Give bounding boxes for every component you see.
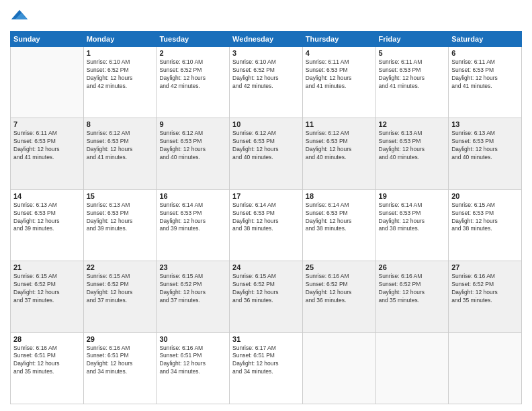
calendar-week-row: 7Sunrise: 6:11 AM Sunset: 6:53 PM Daylig…	[11, 118, 522, 189]
day-info: Sunrise: 6:10 AM Sunset: 6:52 PM Dayligh…	[159, 58, 226, 91]
page: SundayMondayTuesdayWednesdayThursdayFrid…	[0, 0, 532, 411]
calendar-cell: 15Sunrise: 6:13 AM Sunset: 6:53 PM Dayli…	[83, 189, 157, 261]
day-info: Sunrise: 6:15 AM Sunset: 6:52 PM Dayligh…	[232, 273, 300, 305]
calendar-cell: 2Sunrise: 6:10 AM Sunset: 6:52 PM Daylig…	[157, 47, 230, 118]
day-number: 16	[159, 192, 226, 200]
day-info: Sunrise: 6:16 AM Sunset: 6:52 PM Dayligh…	[306, 273, 373, 305]
calendar-cell: 27Sunrise: 6:16 AM Sunset: 6:52 PM Dayli…	[449, 261, 522, 332]
day-info: Sunrise: 6:10 AM Sunset: 6:52 PM Dayligh…	[87, 58, 154, 91]
calendar-cell: 24Sunrise: 6:15 AM Sunset: 6:52 PM Dayli…	[230, 261, 303, 332]
day-info: Sunrise: 6:15 AM Sunset: 6:52 PM Dayligh…	[159, 273, 226, 305]
day-info: Sunrise: 6:12 AM Sunset: 6:53 PM Dayligh…	[159, 130, 226, 162]
calendar-cell: 8Sunrise: 6:12 AM Sunset: 6:53 PM Daylig…	[83, 118, 157, 189]
day-info: Sunrise: 6:14 AM Sunset: 6:53 PM Dayligh…	[379, 201, 446, 234]
calendar-cell: 29Sunrise: 6:16 AM Sunset: 6:51 PM Dayli…	[83, 332, 157, 404]
day-info: Sunrise: 6:16 AM Sunset: 6:52 PM Dayligh…	[379, 273, 446, 305]
calendar-cell: 30Sunrise: 6:16 AM Sunset: 6:51 PM Dayli…	[157, 332, 230, 404]
day-info: Sunrise: 6:14 AM Sunset: 6:53 PM Dayligh…	[159, 201, 226, 234]
day-number: 12	[379, 120, 446, 128]
day-number: 21	[13, 263, 81, 271]
calendar-cell: 14Sunrise: 6:13 AM Sunset: 6:53 PM Dayli…	[11, 189, 84, 261]
calendar-cell: 25Sunrise: 6:16 AM Sunset: 6:52 PM Dayli…	[302, 261, 375, 332]
day-number: 11	[306, 120, 373, 128]
day-number: 4	[306, 49, 373, 57]
day-info: Sunrise: 6:11 AM Sunset: 6:53 PM Dayligh…	[13, 130, 81, 162]
day-info: Sunrise: 6:12 AM Sunset: 6:53 PM Dayligh…	[87, 130, 154, 162]
day-info: Sunrise: 6:12 AM Sunset: 6:53 PM Dayligh…	[306, 130, 373, 162]
calendar-cell: 28Sunrise: 6:16 AM Sunset: 6:51 PM Dayli…	[11, 332, 84, 404]
logo	[10, 7, 32, 26]
header	[10, 7, 522, 26]
calendar-cell: 22Sunrise: 6:15 AM Sunset: 6:52 PM Dayli…	[83, 261, 157, 332]
day-number: 23	[159, 263, 226, 271]
day-info: Sunrise: 6:13 AM Sunset: 6:53 PM Dayligh…	[13, 201, 81, 234]
day-info: Sunrise: 6:15 AM Sunset: 6:52 PM Dayligh…	[13, 273, 81, 305]
day-number: 10	[232, 120, 300, 128]
day-number: 28	[13, 335, 81, 343]
calendar-cell: 26Sunrise: 6:16 AM Sunset: 6:52 PM Dayli…	[375, 261, 449, 332]
calendar-cell: 9Sunrise: 6:12 AM Sunset: 6:53 PM Daylig…	[157, 118, 230, 189]
col-header-sunday: Sunday	[11, 32, 84, 47]
calendar-cell: 23Sunrise: 6:15 AM Sunset: 6:52 PM Dayli…	[157, 261, 230, 332]
calendar-week-row: 21Sunrise: 6:15 AM Sunset: 6:52 PM Dayli…	[11, 261, 522, 332]
calendar-cell: 21Sunrise: 6:15 AM Sunset: 6:52 PM Dayli…	[11, 261, 84, 332]
calendar-cell: 20Sunrise: 6:15 AM Sunset: 6:53 PM Dayli…	[449, 189, 522, 261]
calendar-cell	[375, 332, 449, 404]
day-number: 9	[159, 120, 226, 128]
calendar-cell	[302, 332, 375, 404]
day-number: 25	[306, 263, 373, 271]
calendar-cell: 18Sunrise: 6:14 AM Sunset: 6:53 PM Dayli…	[302, 189, 375, 261]
day-info: Sunrise: 6:11 AM Sunset: 6:53 PM Dayligh…	[379, 58, 446, 91]
calendar-cell	[449, 332, 522, 404]
day-info: Sunrise: 6:11 AM Sunset: 6:53 PM Dayligh…	[451, 58, 519, 91]
calendar-cell: 6Sunrise: 6:11 AM Sunset: 6:53 PM Daylig…	[449, 47, 522, 118]
day-info: Sunrise: 6:14 AM Sunset: 6:53 PM Dayligh…	[232, 201, 300, 234]
day-info: Sunrise: 6:12 AM Sunset: 6:53 PM Dayligh…	[232, 130, 300, 162]
calendar-cell: 16Sunrise: 6:14 AM Sunset: 6:53 PM Dayli…	[157, 189, 230, 261]
day-info: Sunrise: 6:13 AM Sunset: 6:53 PM Dayligh…	[451, 130, 519, 162]
day-info: Sunrise: 6:11 AM Sunset: 6:53 PM Dayligh…	[306, 58, 373, 91]
day-number: 7	[13, 120, 81, 128]
day-number: 27	[451, 263, 519, 271]
col-header-friday: Friday	[375, 32, 449, 47]
day-number: 3	[232, 49, 300, 57]
day-number: 1	[87, 49, 154, 57]
day-number: 20	[451, 192, 519, 200]
day-number: 17	[232, 192, 300, 200]
col-header-wednesday: Wednesday	[230, 32, 303, 47]
day-info: Sunrise: 6:16 AM Sunset: 6:51 PM Dayligh…	[13, 345, 81, 377]
day-number: 24	[232, 263, 300, 271]
calendar-cell: 13Sunrise: 6:13 AM Sunset: 6:53 PM Dayli…	[449, 118, 522, 189]
day-number: 5	[379, 49, 446, 57]
day-number: 26	[379, 263, 446, 271]
day-info: Sunrise: 6:16 AM Sunset: 6:51 PM Dayligh…	[87, 345, 154, 377]
calendar-table: SundayMondayTuesdayWednesdayThursdayFrid…	[10, 31, 522, 404]
day-number: 31	[232, 335, 300, 343]
day-info: Sunrise: 6:13 AM Sunset: 6:53 PM Dayligh…	[87, 201, 154, 234]
day-number: 18	[306, 192, 373, 200]
day-number: 8	[87, 120, 154, 128]
day-info: Sunrise: 6:17 AM Sunset: 6:51 PM Dayligh…	[232, 345, 300, 377]
day-number: 13	[451, 120, 519, 128]
day-number: 6	[451, 49, 519, 57]
day-number: 30	[159, 335, 226, 343]
day-number: 14	[13, 192, 81, 200]
day-number: 2	[159, 49, 226, 57]
col-header-tuesday: Tuesday	[157, 32, 230, 47]
day-info: Sunrise: 6:14 AM Sunset: 6:53 PM Dayligh…	[306, 201, 373, 234]
day-info: Sunrise: 6:16 AM Sunset: 6:51 PM Dayligh…	[159, 345, 226, 377]
calendar-cell: 5Sunrise: 6:11 AM Sunset: 6:53 PM Daylig…	[375, 47, 449, 118]
col-header-monday: Monday	[83, 32, 157, 47]
day-info: Sunrise: 6:10 AM Sunset: 6:52 PM Dayligh…	[232, 58, 300, 91]
day-info: Sunrise: 6:15 AM Sunset: 6:52 PM Dayligh…	[87, 273, 154, 305]
day-info: Sunrise: 6:15 AM Sunset: 6:53 PM Dayligh…	[451, 201, 519, 234]
calendar-cell: 12Sunrise: 6:13 AM Sunset: 6:53 PM Dayli…	[375, 118, 449, 189]
calendar-cell: 1Sunrise: 6:10 AM Sunset: 6:52 PM Daylig…	[83, 47, 157, 118]
calendar-cell: 10Sunrise: 6:12 AM Sunset: 6:53 PM Dayli…	[230, 118, 303, 189]
calendar-cell: 11Sunrise: 6:12 AM Sunset: 6:53 PM Dayli…	[302, 118, 375, 189]
calendar-header-row: SundayMondayTuesdayWednesdayThursdayFrid…	[11, 32, 522, 47]
col-header-saturday: Saturday	[449, 32, 522, 47]
calendar-cell: 19Sunrise: 6:14 AM Sunset: 6:53 PM Dayli…	[375, 189, 449, 261]
calendar-cell: 17Sunrise: 6:14 AM Sunset: 6:53 PM Dayli…	[230, 189, 303, 261]
calendar-cell: 31Sunrise: 6:17 AM Sunset: 6:51 PM Dayli…	[230, 332, 303, 404]
